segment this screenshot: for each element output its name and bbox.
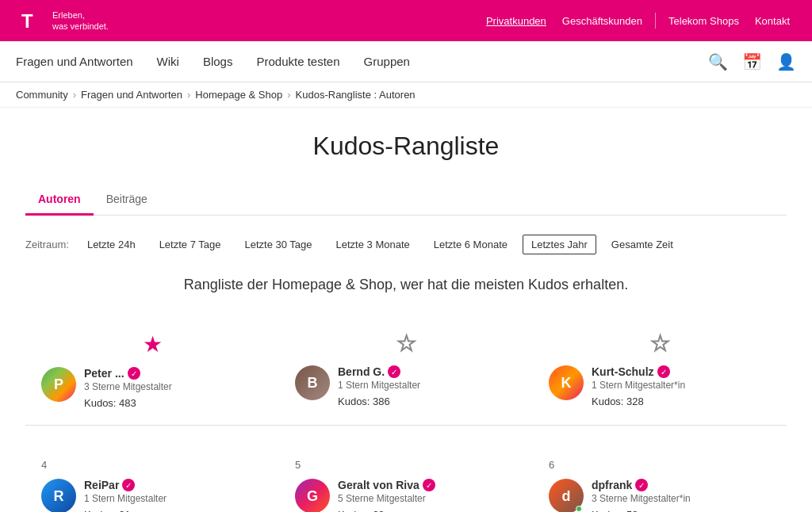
calendar-icon[interactable]: 📅 [742, 52, 762, 71]
rank-cell-3: ★ K Kurt-Schulz ✓ 1 Stern Mitgestalter*i… [533, 322, 787, 426]
filter-gesamte-zeit[interactable]: Gesamte Zeit [603, 235, 682, 254]
breadcrumb-shop[interactable]: Homepage & Shop [195, 89, 282, 101]
rank-cell-2: ★ B Bernd G. ✓ 1 Stern Mitgestalter Kudo… [279, 322, 533, 426]
avatar-wrapper-3: K [549, 365, 584, 400]
user-role-1: 3 Sterne Mitgestalter [84, 381, 263, 392]
tab-autoren[interactable]: Autoren [25, 185, 94, 216]
user-icon[interactable]: 👤 [776, 52, 796, 71]
user-name-row-4: ReiPar ✓ [84, 479, 263, 491]
breadcrumb-sep-2: › [187, 89, 190, 101]
nav-fragen[interactable]: Fragen und Antworten [16, 55, 133, 68]
avatar-wrapper-2: B [295, 365, 330, 400]
badge-icon-3: ✓ [657, 365, 670, 378]
kudos-4: Kudos: 81 [84, 509, 263, 512]
avatar-wrapper-4: R [41, 479, 76, 512]
user-name-row-3: Kurt-Schulz ✓ [592, 365, 771, 378]
user-name-2[interactable]: Bernd G. [338, 365, 385, 378]
user-role-2: 1 Stern Mitgestalter [338, 380, 517, 391]
user-info-6: d dpfrank ✓ 3 Sterne Mitgestalter*in Kud… [549, 479, 771, 512]
nav-gruppen[interactable]: Gruppen [364, 55, 410, 68]
user-details-3: Kurt-Schulz ✓ 1 Stern Mitgestalter*in Ku… [592, 365, 771, 407]
avatar-wrapper-1: P [41, 367, 76, 402]
rank-star-3: ★ [549, 331, 771, 356]
search-icon[interactable]: 🔍 [708, 52, 728, 71]
user-role-6: 3 Sterne Mitgestalter*in [592, 493, 771, 504]
rank-cell-4: 4 R ReiPar ✓ 1 Stern Mitgestalter Kudos:… [25, 449, 279, 512]
filter-24h[interactable]: Letzte 24h [79, 235, 144, 254]
rank-badge-6: 6 [549, 459, 771, 471]
breadcrumb-fragen[interactable]: Fragen und Antworten [81, 89, 182, 101]
leaderboard-top3: ★ P Peter ... ✓ 3 Sterne Mitgestalter Ku… [25, 322, 787, 426]
user-name-6[interactable]: dpfrank [592, 479, 632, 491]
user-info-3: K Kurt-Schulz ✓ 1 Stern Mitgestalter*in … [549, 365, 771, 407]
avatar-wrapper-6: d [549, 479, 584, 512]
user-name-row-1: Peter ... ✓ [84, 367, 263, 380]
subtitle: Rangliste der Homepage & Shop, wer hat d… [25, 277, 787, 293]
rank-cell-6: 6 d dpfrank ✓ 3 Sterne Mitgestalter*in K… [533, 449, 787, 512]
badge-icon-1: ✓ [128, 367, 140, 380]
user-details-6: dpfrank ✓ 3 Sterne Mitgestalter*in Kudos… [592, 479, 771, 512]
kudos-1: Kudos: 483 [84, 397, 263, 409]
page-content: Kudos-Rangliste Autoren Beiträge Zeitrau… [10, 108, 802, 512]
main-nav: Fragen und Antworten Wiki Blogs Produkte… [0, 41, 812, 82]
nav-blogs[interactable]: Blogs [203, 55, 233, 68]
kudos-2: Kudos: 386 [338, 395, 517, 407]
avatar-5: G [295, 479, 330, 512]
user-name-4[interactable]: ReiPar [84, 479, 119, 491]
user-role-5: 5 Sterne Mitgestalter [338, 493, 517, 504]
filter-30tage[interactable]: Letzte 30 Tage [236, 235, 320, 254]
user-name-5[interactable]: Geralt von Riva [338, 479, 419, 491]
telekom-logo: T [16, 6, 44, 35]
user-details-4: ReiPar ✓ 1 Stern Mitgestalter Kudos: 81 [84, 479, 263, 512]
rank-star-2: ★ [295, 331, 517, 356]
silver-star-icon: ★ [397, 331, 416, 356]
geschaeftskunden-link[interactable]: Geschäftskunden [556, 12, 649, 30]
filter-6monate[interactable]: Letzte 6 Monate [425, 235, 516, 254]
user-details-1: Peter ... ✓ 3 Sterne Mitgestalter Kudos:… [84, 367, 263, 409]
tab-beitraege[interactable]: Beiträge [94, 185, 160, 216]
nav-produkte[interactable]: Produkte testen [256, 55, 339, 68]
user-name-1[interactable]: Peter ... [84, 367, 124, 380]
filter-7tage[interactable]: Letzte 7 Tage [151, 235, 230, 254]
rank-star-1: ★ [41, 331, 263, 357]
kontakt-link[interactable]: Kontakt [749, 12, 796, 30]
online-indicator-6 [576, 506, 582, 512]
nav-icons: 🔍 📅 👤 [708, 52, 796, 71]
tabs: Autoren Beiträge [25, 185, 787, 216]
breadcrumb-community[interactable]: Community [16, 89, 68, 101]
user-info-1: P Peter ... ✓ 3 Sterne Mitgestalter Kudo… [41, 367, 263, 409]
breadcrumb-sep-1: › [73, 89, 76, 101]
time-filter: Zeitraum: Letzte 24h Letzte 7 Tage Letzt… [25, 235, 787, 254]
filter-letztes-jahr[interactable]: Letztes Jahr [523, 235, 596, 254]
privatkunden-link[interactable]: Privatkunden [480, 12, 553, 30]
rank-badge-4: 4 [41, 459, 263, 471]
logo-tagline: Erleben, was verbindet. [52, 10, 109, 32]
user-info-4: R ReiPar ✓ 1 Stern Mitgestalter Kudos: 8… [41, 479, 263, 512]
top-nav: Privatkunden Geschäftskunden Telekom Sho… [480, 12, 796, 30]
top-bar: T Erleben, was verbindet. Privatkunden G… [0, 0, 812, 41]
user-info-2: B Bernd G. ✓ 1 Stern Mitgestalter Kudos:… [295, 365, 517, 407]
user-info-5: G Geralt von Riva ✓ 5 Sterne Mitgestalte… [295, 479, 517, 512]
user-name-3[interactable]: Kurt-Schulz [592, 365, 654, 378]
avatar-4: R [41, 479, 76, 512]
avatar-1: P [41, 367, 76, 402]
logo-area: T Erleben, was verbindet. [16, 6, 109, 35]
avatar-wrapper-5: G [295, 479, 330, 512]
nav-wiki[interactable]: Wiki [157, 55, 179, 68]
breadcrumb-current: Kudos-Rangliste : Autoren [296, 89, 416, 101]
badge-icon-6: ✓ [635, 479, 648, 491]
user-details-5: Geralt von Riva ✓ 5 Sterne Mitgestalter … [338, 479, 517, 512]
kudos-6: Kudos: 58 [592, 509, 771, 512]
filter-3monate[interactable]: Letzte 3 Monate [327, 235, 419, 254]
kudos-5: Kudos: 68 [338, 509, 517, 512]
rank-badge-5: 5 [295, 459, 517, 471]
breadcrumb-sep-3: › [287, 89, 290, 101]
badge-icon-5: ✓ [423, 479, 435, 491]
svg-text:T: T [21, 10, 33, 32]
telekom-shops-link[interactable]: Telekom Shops [662, 12, 745, 30]
nav-divider [655, 13, 656, 29]
bronze-star-icon: ★ [651, 331, 669, 356]
user-role-3: 1 Stern Mitgestalter*in [592, 380, 771, 391]
leaderboard-row2: 4 R ReiPar ✓ 1 Stern Mitgestalter Kudos:… [25, 449, 787, 512]
badge-icon-4: ✓ [122, 479, 135, 491]
